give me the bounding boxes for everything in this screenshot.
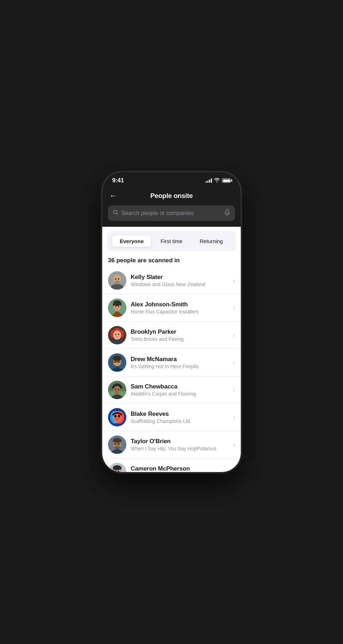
avatar	[108, 299, 126, 317]
chevron-right-icon: ›	[233, 468, 235, 472]
list-item[interactable]: Taylor O'Brien When I Say Hip, You Say H…	[102, 431, 241, 458]
svg-point-60	[113, 465, 121, 470]
avatar	[108, 353, 126, 372]
person-company: Windows and Glass New Zealand	[131, 281, 229, 287]
person-info: Taylor O'Brien When I Say Hip, You Say H…	[131, 438, 229, 451]
list-item[interactable]: Alex Johnson-Smith Home Flux Capacitor I…	[102, 294, 241, 322]
person-company: Home Flux Capacitor Installers	[131, 309, 229, 315]
list-item[interactable]: Brooklyn Parker Tetris Bricks and Paving…	[102, 322, 241, 349]
phone-screen: 9:41	[102, 172, 241, 472]
list-item[interactable]: Drew McNamara It's Getting Hot In Here F…	[102, 349, 241, 376]
list-item[interactable]: Blake Reeves Scaffolding Champions Ltd. …	[102, 404, 241, 431]
people-list: Kelly Slater Windows and Glass New Zeala…	[102, 267, 241, 472]
person-info: Sam Chewbacca Aladdin's Carpet and Floor…	[131, 383, 229, 397]
person-company: Scaffolding Champions Ltd.	[131, 418, 229, 424]
svg-point-15	[118, 306, 119, 307]
svg-point-38	[114, 386, 121, 394]
svg-point-50	[113, 438, 121, 443]
svg-point-13	[113, 300, 121, 306]
tab-returning[interactable]: Returning	[192, 235, 231, 247]
person-name: Blake Reeves	[131, 410, 229, 418]
status-time: 9:41	[112, 177, 124, 184]
list-item[interactable]: Sam Chewbacca Aladdin's Carpet and Floor…	[102, 376, 241, 404]
chevron-right-icon: ›	[233, 304, 235, 312]
person-company: Tetris Bricks and Paving	[131, 336, 229, 342]
person-info: Blake Reeves Scaffolding Champions Ltd.	[131, 410, 229, 424]
search-section: Search people or companies	[102, 205, 241, 227]
svg-point-34	[114, 364, 120, 366]
svg-point-45	[114, 415, 116, 418]
person-info: Alex Johnson-Smith Home Flux Capacitor I…	[131, 301, 229, 315]
svg-point-55	[118, 444, 119, 445]
svg-point-32	[115, 361, 116, 362]
avatar	[108, 326, 126, 344]
search-bar[interactable]: Search people or companies	[108, 205, 235, 221]
notch	[145, 172, 198, 184]
person-name: Brooklyn Parker	[131, 328, 229, 336]
person-name: Sam Chewbacca	[131, 383, 229, 390]
svg-point-6	[118, 278, 119, 280]
person-name: Cameron McPherson	[131, 465, 229, 472]
person-info: Kelly Slater Windows and Glass New Zeala…	[131, 274, 229, 287]
app-header: ← People onsite	[102, 188, 241, 205]
person-name: Alex Johnson-Smith	[131, 301, 229, 308]
svg-point-22	[113, 331, 121, 340]
tab-everyone[interactable]: Everyone	[112, 235, 151, 247]
svg-rect-1	[226, 209, 229, 213]
svg-point-33	[118, 361, 119, 362]
chevron-right-icon: ›	[233, 386, 235, 394]
person-name: Drew McNamara	[131, 356, 229, 363]
page-title: People onsite	[150, 192, 193, 200]
svg-point-63	[118, 471, 119, 472]
list-item[interactable]: Kelly Slater Windows and Glass New Zeala…	[102, 267, 241, 294]
avatar	[108, 408, 126, 426]
person-info: Drew McNamara It's Getting Hot In Here F…	[131, 356, 229, 369]
person-company: It's Getting Hot In Here Firepits	[131, 364, 229, 369]
svg-point-46	[118, 415, 120, 418]
back-button[interactable]: ←	[109, 191, 117, 200]
svg-point-40	[118, 389, 119, 390]
person-company: Aladdin's Carpet and Flooring	[131, 391, 229, 397]
search-placeholder: Search people or companies	[121, 210, 222, 216]
chevron-right-icon: ›	[233, 277, 235, 284]
person-name: Taylor O'Brien	[131, 438, 229, 445]
chevron-right-icon: ›	[233, 359, 235, 366]
person-name: Kelly Slater	[131, 274, 229, 281]
person-company: When I Say Hip, You Say HopPotamus	[131, 446, 229, 451]
search-icon	[113, 210, 119, 217]
svg-point-24	[118, 334, 119, 335]
avatar	[108, 381, 126, 399]
svg-point-56	[114, 446, 120, 449]
chevron-right-icon: ›	[233, 441, 235, 449]
svg-point-5	[115, 278, 116, 280]
svg-point-14	[115, 306, 116, 307]
svg-point-23	[115, 334, 116, 335]
wifi-icon	[214, 178, 220, 183]
content-area: Everyone First time Returning 36 people …	[102, 227, 241, 472]
status-icons	[206, 178, 231, 183]
avatar	[108, 463, 126, 472]
chevron-right-icon: ›	[233, 332, 235, 339]
scanned-count: 36 people are scanned in	[102, 251, 241, 267]
person-info: Cameron McPherson Eat, Sleep, Build, Rep…	[131, 465, 229, 472]
phone-frame: 9:41	[102, 172, 241, 472]
tab-first-time[interactable]: First time	[152, 235, 191, 247]
person-info: Brooklyn Parker Tetris Bricks and Paving	[131, 328, 229, 342]
chevron-right-icon: ›	[233, 414, 235, 421]
filter-tabs: Everyone First time Returning	[107, 231, 236, 251]
svg-point-54	[115, 444, 116, 445]
mic-icon[interactable]	[224, 209, 230, 218]
avatar	[108, 271, 126, 290]
svg-point-7	[114, 281, 120, 284]
svg-point-28	[113, 356, 121, 361]
svg-point-39	[115, 389, 116, 390]
battery-icon	[222, 178, 231, 183]
list-item[interactable]: Cameron McPherson Eat, Sleep, Build, Rep…	[102, 458, 241, 472]
svg-point-62	[115, 471, 116, 472]
signal-icon	[206, 178, 212, 183]
avatar	[108, 435, 126, 454]
